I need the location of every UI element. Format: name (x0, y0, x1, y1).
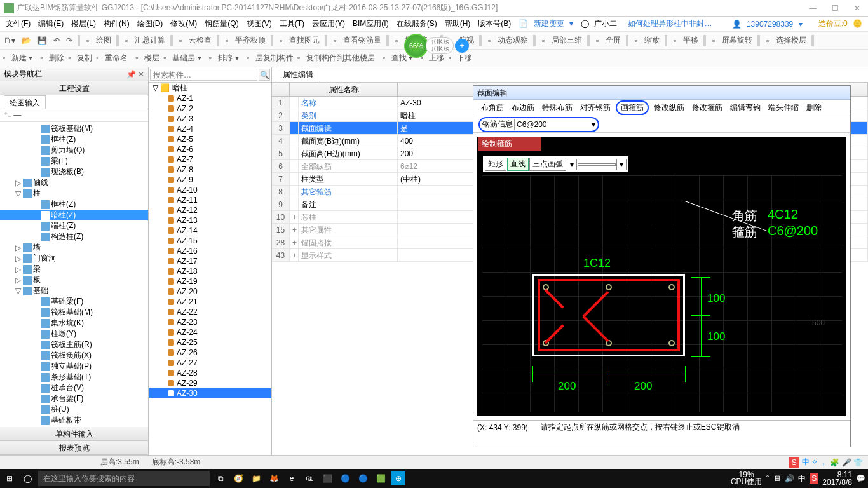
tree-node[interactable]: 暗柱(Z) (0, 210, 148, 220)
app-icon-4[interactable]: ⬛ (320, 471, 334, 485)
dropdown-icon[interactable]: ▾ (592, 120, 595, 129)
tree-node[interactable]: ▷轴线 (0, 177, 148, 188)
app-icon-3[interactable]: 🦊 (267, 471, 281, 485)
tree-node[interactable]: 基础板带 (0, 415, 148, 426)
menu-item[interactable]: 绘图(D) (134, 17, 166, 30)
menu-item[interactable]: 视图(V) (243, 17, 275, 30)
cpu-usage[interactable]: 19% CPU使用 (731, 471, 762, 485)
menu-item[interactable]: 构件(N) (100, 17, 133, 30)
list-item[interactable]: AZ-1 (149, 93, 271, 104)
list-item[interactable]: AZ-2 (149, 104, 271, 114)
section-single[interactable]: 单构件输入 (0, 427, 148, 441)
save-icon[interactable]: 💾 (36, 36, 48, 46)
maximize-button[interactable]: ☐ (828, 3, 843, 14)
list-item[interactable]: AZ-20 (149, 287, 271, 297)
taskbar-search[interactable]: 在这里输入你要搜索的内容 (38, 471, 210, 486)
list-item[interactable]: AZ-21 (149, 297, 271, 307)
tray-icons[interactable]: 🧩 🎤 👕 (830, 458, 863, 467)
list-item[interactable]: AZ-7 (149, 154, 271, 165)
editor-tab[interactable]: 端头伸缩 (766, 101, 801, 114)
tree-node[interactable]: 承台梁(F) (0, 393, 148, 404)
toolbar-btn[interactable]: ▫选择楼层 (764, 34, 808, 46)
section-canvas[interactable]: 绘制箍筋 矩形直线三点画弧▾▾ 100 100 (477, 137, 846, 416)
tray-sogou[interactable]: S (810, 473, 818, 484)
tree-node[interactable]: 梁(L) (0, 156, 148, 166)
menu-item[interactable]: 云应用(Y) (309, 17, 348, 30)
list-item[interactable]: AZ-15 (149, 236, 271, 246)
toolbar-btn[interactable]: ▫动态观察 (485, 34, 529, 46)
tree-node[interactable]: ▷门窗洞 (0, 253, 148, 264)
list-item[interactable]: AZ-24 (149, 327, 271, 337)
toolbar-btn[interactable]: ▫缩放 (632, 34, 661, 46)
menu-item[interactable]: BIM应用(I) (349, 17, 392, 30)
menu-item[interactable]: 楼层(L) (68, 17, 99, 30)
list-item[interactable]: AZ-30 (149, 388, 271, 398)
tray-date[interactable]: 2017/8/8 (822, 478, 852, 486)
tree-node[interactable]: 筏板基础(M) (0, 123, 148, 134)
cortana-icon[interactable]: ◯ (20, 471, 34, 485)
tree-node[interactable]: 框柱(Z) (0, 199, 148, 210)
rebar-info-circle[interactable]: 钢筋信息 ▾ (478, 117, 599, 132)
editor-tab[interactable]: 修改纵筋 (651, 101, 687, 114)
coin-label[interactable]: 造价豆:0 🪙 (812, 17, 865, 30)
menu-item[interactable]: 编辑(E) (35, 17, 67, 30)
tree-node[interactable]: 独立基础(P) (0, 361, 148, 372)
app-icon-6[interactable]: 🔵 (356, 471, 370, 485)
tray-up-icon[interactable]: ˄ (766, 474, 770, 483)
toolbar-btn[interactable]: ▫绘图 (84, 34, 112, 46)
list-item[interactable]: AZ-28 (149, 368, 271, 378)
tree-node[interactable]: ▽柱 (0, 188, 148, 199)
editor-tab[interactable]: 对齐钢筋 (578, 101, 613, 114)
tree-node[interactable]: 构造柱(Z) (0, 231, 148, 242)
toolbar-btn[interactable]: ▫复制 (68, 53, 92, 64)
menu-item[interactable]: 钢筋量(Q) (201, 17, 241, 30)
app-icon-5[interactable]: 🔵 (338, 471, 352, 485)
toolbar-btn[interactable]: ▫基础层 ▾ (163, 53, 201, 64)
toolbar-btn[interactable]: ▫楼层 (135, 53, 159, 64)
list-item[interactable]: AZ-4 (149, 124, 271, 134)
toolbar-btn[interactable]: ▫平齐板顶 (223, 34, 267, 46)
help-article-link[interactable]: 如何处理异形柱中非封… (625, 17, 715, 30)
editor-tab[interactable]: 特殊布筋 (539, 101, 575, 114)
nav-tree[interactable]: 筏板基础(M)框柱(Z)剪力墙(Q)梁(L)现浇板(B)▷轴线▽柱框柱(Z)暗柱… (0, 122, 148, 427)
close-button[interactable]: ✕ (850, 3, 864, 14)
tree-node[interactable]: 集水坑(K) (0, 318, 148, 329)
app-icon-1[interactable]: 🧭 (231, 471, 245, 485)
toolbar-btn[interactable]: ▫屏幕旋转 (710, 34, 754, 46)
app-icon-2[interactable]: 📁 (249, 471, 263, 485)
list-item[interactable]: AZ-3 (149, 114, 271, 124)
tree-node[interactable]: 桩承台(V) (0, 383, 148, 393)
ime-badge[interactable]: S (789, 458, 799, 468)
toolbar-btn[interactable]: ▫局部三维 (539, 34, 583, 46)
toolbar-btn[interactable]: ▫全屏 (593, 34, 622, 46)
menu-item[interactable]: 修改(M) (167, 17, 200, 30)
menu-item[interactable]: 帮助(H) (442, 17, 474, 30)
shape-btn[interactable]: 三点画弧 (529, 158, 566, 171)
menu-item[interactable]: 工具(T) (276, 17, 308, 30)
list-item[interactable]: AZ-6 (149, 144, 271, 154)
toolbar-btn[interactable]: ▫删除 (40, 53, 64, 64)
pct-ball[interactable]: 66% (404, 34, 428, 58)
rebar-info-input[interactable] (514, 119, 590, 130)
toolbar-btn[interactable]: ▫查找图元 (277, 34, 321, 46)
shape-dd[interactable]: ▾ (567, 159, 577, 170)
list-item[interactable]: AZ-25 (149, 337, 271, 348)
tray-ime[interactable]: 中 (798, 473, 806, 484)
toolbar-btn[interactable]: ▫查看钢筋量 (331, 34, 383, 46)
editor-tab[interactable]: 编辑弯钩 (728, 101, 763, 114)
toolbar-btn[interactable]: ▫汇总计算 (123, 34, 166, 46)
shape-btn[interactable]: 矩形 (485, 158, 506, 171)
float-widget[interactable]: 66% ↑0K/s↓0K/s + (404, 34, 480, 57)
tree-node[interactable]: ▷梁 (0, 264, 148, 274)
list-item[interactable]: AZ-19 (149, 276, 271, 287)
menu-item[interactable]: 文件(F) (3, 17, 34, 30)
list-item[interactable]: AZ-16 (149, 246, 271, 256)
shape-btn[interactable]: 直线 (507, 158, 529, 171)
list-item[interactable]: AZ-9 (149, 175, 271, 185)
app-icon-7[interactable]: 🟩 (374, 471, 388, 485)
tree-node[interactable]: 基础梁(F) (0, 296, 148, 307)
list-item[interactable]: AZ-26 (149, 348, 271, 358)
notif-icon[interactable]: 💬 (856, 474, 865, 483)
new-change-link[interactable]: 📄 新建变更 ▾ (515, 17, 576, 30)
app-icon-8[interactable]: ⊕ (391, 471, 405, 485)
